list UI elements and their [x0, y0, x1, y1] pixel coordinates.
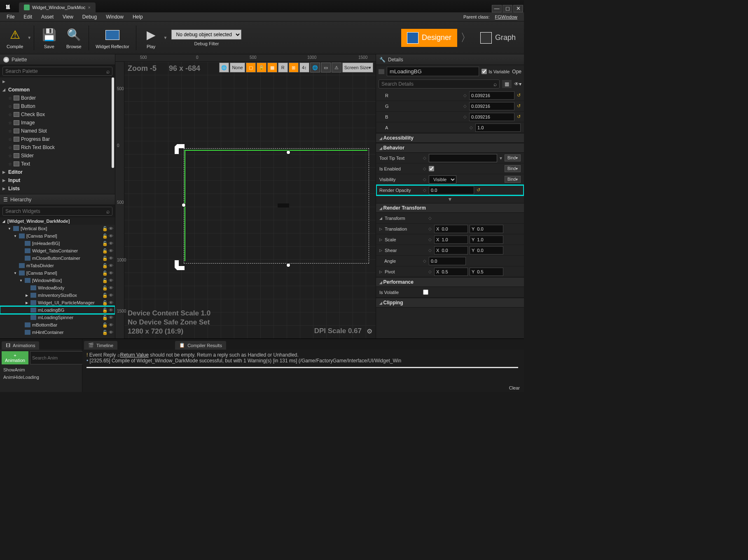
anchor-icon-bl[interactable] [173, 259, 185, 272]
color-r-input[interactable] [469, 91, 514, 100]
eye-icon[interactable]: 👁▾ [514, 81, 521, 87]
details-body[interactable]: R◇↺ G◇↺ B◇↺ A◇ Accessibility Behavior To… [376, 90, 524, 338]
is-enabled-checkbox[interactable] [429, 166, 434, 171]
hierarchy-search-input[interactable] [5, 208, 106, 214]
translation-x-input[interactable] [434, 225, 468, 233]
snap-button[interactable]: 4↕ [299, 63, 309, 72]
hierarchy-row[interactable]: ▼[Vertical Box]🔓👁 [0, 225, 115, 232]
color-b-input[interactable] [469, 113, 514, 121]
menu-help[interactable]: Help [129, 13, 147, 21]
resize-handle-bottom[interactable] [287, 264, 290, 267]
browse-button[interactable]: 🔍 Browse [61, 25, 86, 51]
graph-mode-tab[interactable]: Graph [475, 29, 521, 47]
animations-tab[interactable]: 🎞Animations [2, 341, 39, 350]
palette-item[interactable]: ☆Check Box [0, 110, 115, 119]
is-volatile-checkbox[interactable] [423, 289, 428, 295]
document-tab[interactable]: Widget_Window_DarkMoc × [19, 2, 96, 12]
warning-button[interactable]: ⚠ [332, 63, 341, 72]
palette-search-input[interactable] [5, 68, 106, 74]
close-button[interactable]: ✕ [513, 5, 523, 12]
resize-handle-left[interactable] [182, 203, 185, 207]
render-opacity-input[interactable] [429, 186, 474, 194]
hierarchy-tree[interactable]: ◢[Widget_Window_DarkMode] ▼[Vertical Box… [0, 217, 115, 338]
bind-button[interactable]: Bind▾ [505, 154, 521, 161]
scrollbar[interactable] [112, 77, 114, 168]
menu-debug[interactable]: Debug [78, 13, 101, 21]
bind-button[interactable]: Bind▾ [505, 176, 521, 183]
debug-object-select[interactable]: No debug object selected [171, 30, 241, 40]
palette-item[interactable]: ☆Border [0, 94, 115, 102]
animation-item[interactable]: AnimHideLoading [0, 373, 82, 381]
reset-icon[interactable]: ↺ [517, 114, 521, 119]
cat-clipping[interactable]: Clipping [376, 298, 524, 308]
is-variable-checkbox[interactable]: Is Variable [482, 69, 510, 74]
hierarchy-row[interactable]: mHintContainer🔓👁 [0, 329, 115, 336]
compiler-output[interactable]: ! Event Reply ⌕Return Value should not b… [82, 350, 524, 392]
palette-item[interactable]: ☆Text [0, 160, 115, 168]
minimize-button[interactable]: — [492, 5, 502, 12]
designer-mode-tab[interactable]: Designer [401, 29, 457, 47]
hierarchy-row[interactable]: ▼[Canvas Panel]🔓👁 [0, 232, 115, 240]
scrollbar[interactable] [86, 367, 518, 368]
resize-handle-top[interactable] [287, 151, 290, 154]
clear-button[interactable]: Clear [509, 385, 520, 390]
gear-icon[interactable]: ⚙ [367, 327, 372, 335]
color-a-input[interactable] [475, 124, 521, 132]
pivot-x-input[interactable] [434, 268, 468, 276]
shear-x-input[interactable] [434, 246, 468, 254]
compiler-results-tab[interactable]: 📋Compiler Results [175, 341, 226, 350]
animation-item[interactable]: ShowAnim [0, 366, 82, 373]
details-search[interactable]: ⌕ [379, 79, 500, 89]
angle-input[interactable] [429, 257, 466, 265]
shear-y-input[interactable] [470, 246, 503, 254]
hierarchy-row[interactable]: [mHeaderBG]🔓👁 [0, 240, 115, 247]
reset-icon[interactable]: ↺ [477, 187, 480, 193]
add-animation-button[interactable]: + Animation [2, 351, 28, 364]
viewport[interactable]: 500 0 500 1000 1500 500 0 500 1000 1500 … [115, 54, 376, 338]
animation-search-input[interactable] [30, 351, 91, 364]
cat-performance[interactable]: Performance [376, 277, 524, 287]
hierarchy-row[interactable]: mLoadingSpinner🔓👁 [0, 314, 115, 321]
globe-button[interactable]: 🌐 [219, 63, 229, 72]
menu-edit[interactable]: Edit [19, 13, 36, 21]
palette-item[interactable]: ☆Image [0, 119, 115, 127]
animation-list[interactable]: ShowAnim AnimHideLoading [0, 366, 82, 381]
scale-x-input[interactable] [434, 236, 468, 244]
bind-button[interactable]: Bind▾ [505, 165, 521, 172]
hierarchy-row[interactable]: mLoadingBG🔓👁 [0, 306, 115, 314]
palette-tree[interactable]: ▶ ◢Common ☆Border☆Button☆Check Box☆Image… [0, 77, 115, 194]
details-search-input[interactable] [381, 81, 493, 87]
palette-item[interactable]: ☆Button [0, 102, 115, 110]
outline-toggle[interactable]: ▢ [246, 63, 256, 72]
locale-button[interactable]: 🌐 [310, 63, 320, 72]
hierarchy-row[interactable]: ▼[WindowHBox]🔓👁 [0, 277, 115, 284]
hierarchy-row[interactable]: mTabsDivider🔓👁 [0, 262, 115, 269]
hierarchy-row[interactable]: mBottomBar🔓👁 [0, 321, 115, 329]
color-g-input[interactable] [469, 102, 514, 110]
palette-search[interactable]: ⌕ [2, 67, 112, 76]
reset-icon[interactable]: ↺ [517, 93, 521, 98]
cat-accessibility[interactable]: Accessibility [376, 133, 524, 143]
pivot-y-input[interactable] [470, 268, 503, 276]
lock-toggle[interactable]: 🔒 [257, 63, 266, 72]
grid-toggle[interactable]: ▦ [267, 63, 277, 72]
play-button[interactable]: ▶ Play [139, 25, 164, 51]
menu-window[interactable]: Window [102, 13, 128, 21]
visibility-select[interactable]: Visible [429, 175, 456, 184]
hierarchy-row[interactable]: mCloseButtonContainer🔓👁 [0, 254, 115, 262]
timeline-tab[interactable]: 🎬Timeline [84, 341, 117, 350]
menu-file[interactable]: File [2, 13, 19, 21]
selection-outline[interactable] [185, 150, 367, 261]
cat-render-transform[interactable]: Render Transform [376, 203, 524, 213]
widget-name-input[interactable] [387, 67, 479, 76]
landscape-button[interactable]: ▭ [321, 63, 331, 72]
translation-y-input[interactable] [470, 225, 503, 233]
palette-item[interactable]: ☆Slider [0, 152, 115, 160]
none-button[interactable]: None [230, 63, 245, 72]
hierarchy-search[interactable]: ⌕ [2, 207, 112, 216]
expand-arrow-icon[interactable]: ▼ [376, 196, 524, 203]
cat-behavior[interactable]: Behavior [376, 143, 524, 153]
palette-item[interactable]: ☆Progress Bar [0, 135, 115, 143]
maximize-button[interactable]: ◻ [503, 5, 512, 12]
palette-item[interactable]: ☆Rich Text Block [0, 143, 115, 152]
